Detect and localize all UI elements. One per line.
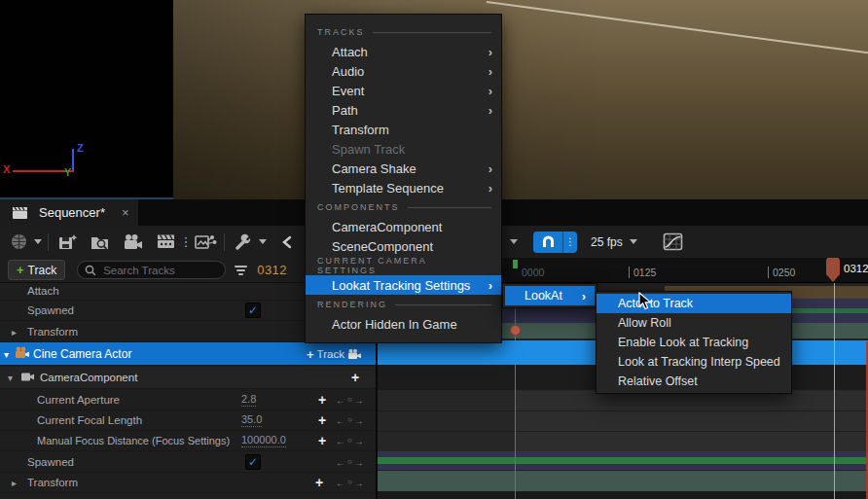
track-row-current-focal-length[interactable]: Current Focal Length 35.0 (0, 410, 376, 431)
track-label: Transform (27, 477, 78, 488)
track-row-transform-2[interactable]: Transform (0, 473, 376, 493)
menu-item-audio[interactable]: Audio (306, 61, 501, 81)
menu-item-actor-to-track[interactable]: Actor to Track (597, 294, 791, 313)
track-row-cine-camera-actor[interactable]: Cine Camera Actor Track (0, 342, 376, 366)
axis-label-z: Z (77, 142, 84, 154)
current-frame-display[interactable]: 0312 (257, 263, 287, 277)
render-movie-icon[interactable] (154, 231, 179, 254)
tab-title: Sequencer* (39, 205, 105, 220)
add-key-button[interactable] (318, 392, 326, 408)
menu-item-camera-component[interactable]: CameraComponent (306, 217, 501, 236)
search-icon (85, 265, 96, 276)
axis-gizmo-z (72, 149, 74, 172)
property-value[interactable]: 35.0 (241, 413, 262, 427)
lookat-submenu: LookAt (502, 283, 597, 308)
track-label: Spawned (27, 456, 74, 468)
lane-divider (378, 410, 868, 411)
menu-item-template-sequence[interactable]: Template Sequence (306, 178, 501, 197)
submenu-chevron-icon (488, 46, 492, 58)
plus-icon (17, 263, 24, 277)
fps-dropdown-caret[interactable] (630, 239, 637, 244)
add-key-button[interactable] (318, 433, 326, 448)
playback-dropdown-caret[interactable] (510, 239, 518, 244)
property-value[interactable]: 2.8 (241, 393, 256, 407)
menu-item-lookat-tracking-settings[interactable]: Lookat Tracking Settings (306, 275, 501, 295)
expander-icon[interactable] (4, 348, 9, 359)
ruler-tick-0250: 0250 (768, 267, 795, 278)
search-tracks-box[interactable] (77, 261, 226, 279)
property-value[interactable]: 100000.0 (241, 434, 286, 447)
start-marker-flag[interactable] (513, 260, 518, 268)
browse-content-icon[interactable] (88, 231, 113, 254)
wrench-icon[interactable] (231, 231, 256, 254)
track-row-spawned-2[interactable]: Spawned (0, 451, 376, 473)
section-bar-spawned-2-green (378, 457, 868, 464)
spawned-checkbox[interactable] (245, 454, 261, 470)
submenu-chevron-icon (488, 104, 492, 117)
search-input[interactable] (101, 264, 212, 277)
expander-icon[interactable] (12, 478, 17, 488)
fps-display[interactable]: 25 fps (591, 235, 623, 249)
plus-icon (307, 346, 314, 361)
menu-item-enable-look-at-tracking[interactable]: Enable Look at Tracking (597, 333, 791, 352)
keyframe-nav[interactable] (336, 415, 364, 426)
snap-toggle-button[interactable] (533, 232, 562, 253)
add-key-button[interactable] (315, 475, 323, 490)
keyframe-nav[interactable] (336, 395, 364, 406)
keyframe-nav[interactable] (336, 456, 364, 467)
snap-options-icon[interactable] (562, 232, 577, 253)
wrench-dropdown-caret[interactable] (259, 239, 267, 244)
expander-icon[interactable] (8, 373, 13, 383)
curve-editor-icon[interactable] (661, 231, 686, 254)
add-track-context-menu: TRACKS Attach Audio Event Path Transform… (305, 14, 502, 343)
world-icon[interactable] (6, 231, 31, 254)
sequence-actors-icon[interactable] (193, 231, 218, 254)
section-bar-transform-2[interactable] (378, 471, 868, 491)
track-label: Manual Focus Distance (Focus Settings) (37, 435, 230, 446)
expander-icon[interactable] (12, 326, 17, 337)
menu-item-look-at-tracking-interp-speed[interactable]: Look at Tracking Interp Speed (597, 352, 791, 372)
menu-item-allow-roll[interactable]: Allow Roll (597, 313, 791, 333)
menu-item-transform[interactable]: Transform (306, 120, 501, 139)
save-icon[interactable] (54, 231, 80, 254)
ruler-tick-0000: 0000 (518, 267, 544, 278)
menu-section-header: COMPONENTS (306, 197, 501, 217)
menu-item-event[interactable]: Event (306, 81, 501, 100)
spawned-checkbox[interactable] (245, 303, 261, 318)
track-label: Transform (27, 326, 78, 338)
keyframe-nav[interactable] (336, 478, 364, 488)
playhead-frame-label: 0312 (844, 263, 868, 274)
submenu-chevron-icon (582, 290, 586, 303)
menu-item-relative-offset[interactable]: Relative Offset (597, 372, 791, 391)
menu-item-lookat[interactable]: LookAt (505, 286, 595, 305)
lookat-properties-menu: Actor to Track Allow Roll Enable Look at… (596, 291, 792, 394)
close-icon[interactable] (122, 205, 129, 220)
world-dropdown-caret[interactable] (34, 239, 42, 244)
axis-label-y: Y (64, 166, 71, 178)
add-track-button[interactable]: Track (8, 260, 65, 280)
track-row-manual-focus-distance[interactable]: Manual Focus Distance (Focus Settings) 1… (0, 431, 376, 451)
submenu-chevron-icon (488, 279, 492, 292)
menu-item-path[interactable]: Path (306, 100, 501, 120)
add-key-button[interactable] (318, 412, 326, 428)
add-section-button[interactable]: Track (307, 346, 362, 361)
menu-item-actor-hidden-in-game[interactable]: Actor Hidden In Game (306, 314, 501, 334)
keyframe-dot[interactable] (510, 325, 521, 336)
menu-item-attach[interactable]: Attach (306, 42, 501, 61)
tab-sequencer[interactable]: Sequencer* (0, 199, 138, 226)
track-row-current-aperture[interactable]: Current Aperture 2.8 (0, 390, 376, 410)
keyframe-nav[interactable] (336, 436, 364, 446)
mouse-cursor (638, 292, 654, 311)
add-track-label: Track (28, 264, 57, 277)
playhead-line[interactable] (834, 281, 835, 499)
track-row-camera-component[interactable]: CameraComponent (0, 367, 376, 389)
toolbar-divider (224, 233, 225, 251)
menu-item-camera-shake[interactable]: Camera Shake (306, 159, 501, 178)
more-options-icon[interactable] (179, 234, 193, 249)
filter-icon[interactable] (234, 266, 247, 275)
add-property-button[interactable] (351, 370, 359, 385)
camera-icon[interactable] (121, 231, 146, 254)
back-chevron-icon[interactable] (274, 231, 300, 254)
menu-item-scene-component[interactable]: SceneComponent (306, 236, 501, 256)
menu-section-header: TRACKS (306, 22, 501, 42)
